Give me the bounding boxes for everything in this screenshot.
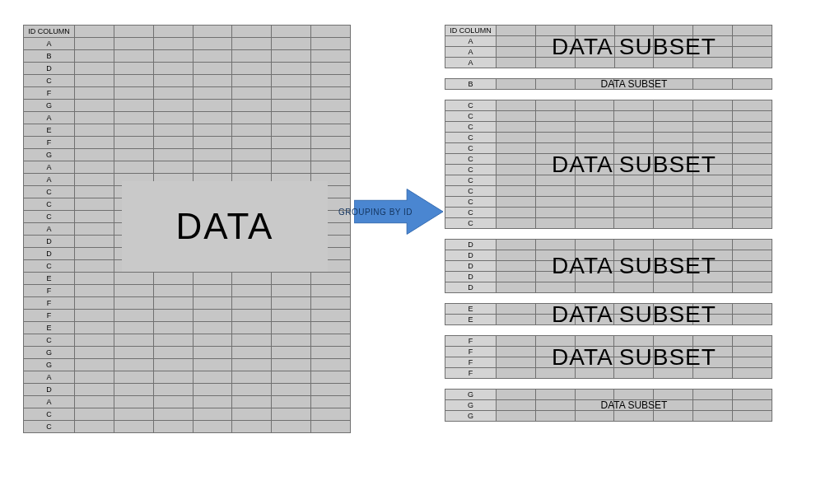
table-row: C — [445, 111, 772, 122]
data-cell — [693, 36, 733, 47]
data-cell — [232, 273, 272, 285]
table-row: G — [24, 100, 351, 112]
subset-tables-area: ID COLUMNAAADATA SUBSETBDATA SUBSETCCCCC… — [445, 25, 772, 432]
data-cell — [272, 334, 311, 347]
data-cell — [575, 315, 614, 325]
data-cell — [575, 186, 614, 197]
data-cell — [496, 47, 535, 58]
data-cell — [693, 197, 733, 208]
data-cell — [272, 359, 311, 371]
data-cell — [311, 371, 351, 384]
table-row: F — [445, 368, 772, 379]
source-id-header: ID COLUMN — [24, 26, 75, 38]
id-cell: A — [24, 161, 75, 174]
data-cell — [193, 87, 232, 100]
table-row: C — [445, 218, 772, 229]
data-cell — [114, 359, 153, 371]
data-cell — [496, 36, 535, 47]
subset-table: FFFFDATA SUBSET — [445, 335, 772, 379]
table-row: C — [445, 143, 772, 154]
data-cell — [733, 100, 772, 111]
data-cell — [272, 100, 311, 112]
data-cell — [114, 334, 153, 347]
data-cell — [114, 384, 153, 396]
data-cell — [693, 240, 733, 250]
data-cell — [535, 79, 575, 90]
data-cell — [193, 38, 232, 50]
table-row: D — [445, 240, 772, 250]
data-cell — [614, 100, 654, 111]
data-cell — [153, 421, 193, 433]
data-cell — [232, 371, 272, 384]
data-cell — [232, 421, 272, 433]
data-cell — [153, 124, 193, 137]
subset-header-cell — [535, 26, 575, 36]
source-header-cell — [193, 26, 232, 38]
data-cell — [311, 297, 351, 310]
data-cell — [496, 240, 535, 250]
data-cell — [614, 165, 654, 175]
data-cell — [114, 371, 153, 384]
data-cell — [114, 322, 153, 334]
data-cell — [614, 400, 654, 411]
id-cell: C — [445, 186, 497, 197]
data-cell — [575, 336, 614, 347]
table-row: C — [445, 186, 772, 197]
data-cell — [496, 186, 535, 197]
id-cell: B — [445, 79, 497, 90]
data-cell — [232, 161, 272, 174]
data-cell — [496, 100, 535, 111]
id-cell: C — [445, 197, 497, 208]
data-cell — [693, 315, 733, 325]
data-cell — [153, 297, 193, 310]
data-cell — [614, 347, 654, 357]
data-cell — [311, 124, 351, 137]
id-cell: F — [445, 347, 497, 357]
data-cell — [575, 400, 614, 411]
table-row: G — [445, 411, 772, 422]
data-cell — [232, 38, 272, 50]
table-row: F — [24, 310, 351, 322]
data-cell — [733, 58, 772, 68]
data-cell — [74, 50, 114, 63]
table-row: G — [445, 390, 772, 400]
data-cell — [535, 390, 575, 400]
data-cell — [311, 100, 351, 112]
data-cell — [575, 197, 614, 208]
data-cell — [535, 240, 575, 250]
id-cell: E — [445, 315, 497, 325]
data-cell — [575, 36, 614, 47]
data-cell — [654, 390, 693, 400]
data-cell — [733, 111, 772, 122]
data-cell — [733, 165, 772, 175]
data-cell — [232, 50, 272, 63]
data-cell — [74, 161, 114, 174]
data-cell — [693, 250, 733, 261]
data-cell — [232, 124, 272, 137]
data-cell — [311, 137, 351, 149]
table-row: G — [24, 359, 351, 371]
data-cell — [654, 240, 693, 250]
data-cell — [733, 368, 772, 379]
data-cell — [153, 359, 193, 371]
id-cell: F — [24, 285, 75, 297]
table-row: D — [445, 282, 772, 293]
source-header-cell — [232, 26, 272, 38]
data-cell — [733, 261, 772, 272]
data-cell — [496, 111, 535, 122]
table-row: F — [445, 357, 772, 368]
subset-table: GGGDATA SUBSET — [445, 389, 772, 422]
id-cell: F — [24, 137, 75, 149]
data-cell — [74, 112, 114, 124]
subset-header-cell — [654, 26, 693, 36]
data-cell — [693, 111, 733, 122]
data-cell — [496, 357, 535, 368]
data-cell — [496, 165, 535, 175]
table-row: F — [445, 347, 772, 357]
data-cell — [496, 133, 535, 143]
data-cell — [153, 273, 193, 285]
data-cell — [114, 273, 153, 285]
data-cell — [74, 186, 114, 198]
data-cell — [193, 100, 232, 112]
data-cell — [575, 250, 614, 261]
